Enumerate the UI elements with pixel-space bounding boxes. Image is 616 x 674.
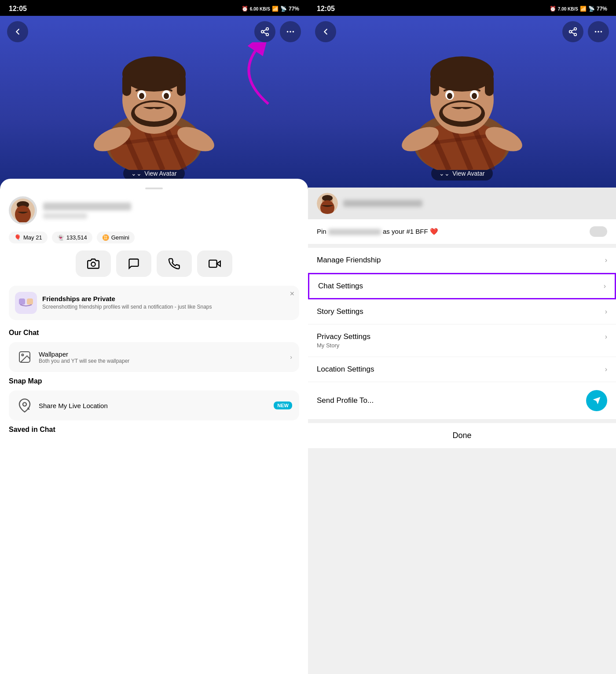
profile-header — [9, 196, 299, 225]
privacy-settings-chevron: › — [605, 333, 607, 341]
manage-friendship-item[interactable]: Manage Friendship › — [308, 248, 616, 273]
share-button-right[interactable] — [562, 21, 583, 42]
profile-badges: 🎈 May 21 👻 133,514 ♊ Gemini — [9, 232, 299, 243]
back-button-right[interactable] — [315, 21, 336, 42]
pin-toggle[interactable] — [590, 226, 607, 237]
privacy-settings-item[interactable]: Privacy Settings › My Story — [308, 324, 616, 357]
snap-map-title: Snap Map — [9, 377, 299, 385]
svg-rect-35 — [209, 260, 217, 267]
battery-left: 77% — [289, 6, 299, 12]
svg-point-5 — [287, 31, 289, 33]
network-speed-left: 6.00 KB/S — [250, 7, 270, 11]
left-panel: 12:05 ⏰ 6.00 KB/S 📶 📡 77% — [0, 0, 308, 674]
action-buttons — [9, 250, 299, 277]
share-location-item[interactable]: Share My Live Location NEW — [9, 390, 299, 420]
svg-point-27 — [135, 102, 173, 122]
hero-area-left: ⌄⌄ View Avatar — [0, 16, 308, 188]
friendship-banner: Friendships are Private Screenshotting f… — [9, 286, 299, 320]
svg-point-70 — [443, 102, 481, 122]
svg-point-67 — [472, 93, 477, 99]
hero-area-right: ⌄⌄ View Avatar — [308, 16, 616, 188]
menu-items-group: Manage Friendship › Chat Settings › Stor… — [308, 248, 616, 420]
video-button[interactable] — [197, 250, 232, 277]
chat-settings-chevron: › — [604, 282, 606, 290]
network-speed-right: 7.00 KB/S — [558, 7, 578, 11]
chat-button[interactable] — [116, 250, 151, 277]
svg-point-2 — [266, 33, 269, 36]
profile-card-left: 🎈 May 21 👻 133,514 ♊ Gemini — [0, 179, 308, 674]
svg-line-3 — [264, 32, 266, 34]
wallpaper-text: Wallpaper Both you and YT will see the w… — [39, 350, 285, 364]
send-profile-item[interactable]: Send Profile To... — [308, 382, 616, 420]
svg-rect-37 — [27, 298, 33, 305]
back-button-left[interactable] — [7, 21, 28, 42]
status-bar-left: 12:05 ⏰ 6.00 KB/S 📶 📡 77% — [0, 0, 308, 16]
arrow-annotation — [229, 42, 282, 104]
svg-marker-76 — [593, 397, 601, 405]
battery-right: 77% — [597, 6, 607, 12]
svg-line-47 — [572, 29, 574, 31]
our-chat-title: Our Chat — [9, 329, 299, 337]
time-left: 12:05 — [9, 5, 27, 13]
svg-marker-34 — [217, 261, 220, 266]
svg-point-33 — [91, 262, 95, 266]
friendship-desc: Screenshotting friendship profiles will … — [42, 304, 293, 311]
svg-point-50 — [601, 31, 602, 33]
status-icons-left: ⏰ 6.00 KB/S 📶 📡 77% — [242, 6, 299, 12]
pin-name-blurred — [328, 229, 381, 235]
svg-point-48 — [595, 31, 597, 33]
hero-nav-right — [308, 21, 616, 42]
svg-point-24 — [164, 93, 169, 99]
story-settings-item[interactable]: Story Settings › — [308, 299, 616, 324]
share-location-text: Share My Live Location — [39, 402, 268, 409]
avatar-illustration-left — [88, 42, 220, 170]
svg-point-6 — [290, 31, 291, 33]
svg-point-0 — [266, 28, 269, 30]
more-button-left[interactable] — [280, 21, 301, 42]
svg-point-44 — [569, 30, 572, 33]
menu-container: Pin as your #1 BFF ❤️ Manage Friendship … — [308, 219, 616, 674]
wallpaper-icon — [16, 348, 33, 366]
send-profile-button[interactable] — [586, 390, 607, 411]
profile-info — [43, 203, 299, 219]
svg-point-45 — [574, 33, 577, 36]
location-settings-chevron: › — [605, 365, 607, 373]
call-button[interactable] — [157, 250, 192, 277]
status-icons-right: ⏰ 7.00 KB/S 📶 📡 77% — [550, 6, 607, 12]
manage-friendship-chevron: › — [605, 256, 607, 264]
svg-point-49 — [598, 31, 599, 33]
svg-point-1 — [261, 30, 264, 33]
friendship-icon — [15, 292, 37, 314]
time-right: 12:05 — [317, 5, 335, 13]
story-settings-chevron: › — [605, 308, 607, 316]
svg-point-66 — [447, 93, 452, 99]
share-button-left[interactable] — [254, 21, 275, 42]
svg-point-18 — [122, 56, 186, 92]
status-bar-right: 12:05 ⏰ 7.00 KB/S 📶 📡 77% — [308, 0, 616, 16]
pin-row: Pin as your #1 BFF ❤️ — [308, 219, 616, 244]
svg-rect-63 — [485, 74, 494, 96]
svg-point-73 — [322, 195, 333, 201]
hero-nav-left — [0, 21, 308, 42]
svg-point-42 — [23, 402, 26, 406]
profile-handle-blurred — [43, 213, 87, 219]
camera-button[interactable] — [76, 250, 111, 277]
svg-line-4 — [264, 29, 266, 31]
svg-point-61 — [430, 56, 494, 92]
wallpaper-item[interactable]: Wallpaper Both you and YT will see the w… — [9, 342, 299, 372]
location-settings-item[interactable]: Location Settings › — [308, 357, 616, 382]
svg-point-43 — [574, 28, 577, 30]
profile-avatar-right — [317, 193, 338, 214]
pin-text: Pin as your #1 BFF ❤️ — [317, 228, 585, 236]
new-badge: NEW — [274, 401, 292, 409]
nav-right-right — [562, 21, 609, 42]
close-banner-button[interactable]: ✕ — [290, 290, 295, 297]
profile-peek — [308, 188, 616, 219]
streak-badge: 👻 133,514 — [52, 232, 92, 243]
svg-rect-62 — [430, 74, 439, 96]
more-button-right[interactable] — [588, 21, 609, 42]
done-button[interactable]: Done — [308, 423, 616, 448]
wallpaper-chevron: › — [290, 354, 292, 361]
chat-settings-item[interactable]: Chat Settings › — [308, 273, 616, 299]
profile-name-blurred — [43, 203, 131, 210]
